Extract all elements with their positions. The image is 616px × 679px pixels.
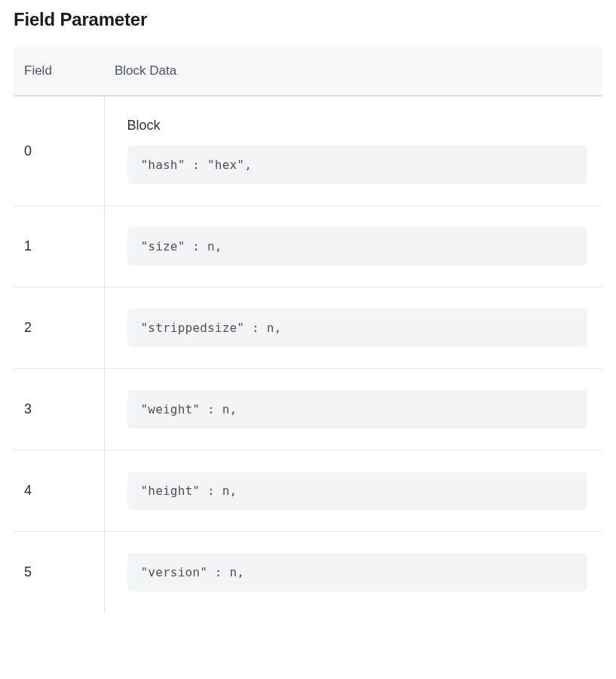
code-block: "hash" : "hex", xyxy=(127,146,588,184)
table-row: 5 "version" : n, xyxy=(14,532,602,613)
block-data-cell: "version" : n, xyxy=(104,532,602,613)
field-index: 1 xyxy=(14,206,104,287)
field-index: 4 xyxy=(14,450,104,532)
field-index: 5 xyxy=(14,532,104,613)
block-data-cell: "strippedsize" : n, xyxy=(104,287,602,369)
field-index: 3 xyxy=(14,369,104,450)
table-row: 1 "size" : n, xyxy=(14,206,602,287)
block-label: Block xyxy=(127,118,588,134)
table-row: 0 Block "hash" : "hex", xyxy=(14,96,602,206)
code-block: "size" : n, xyxy=(127,227,588,266)
field-index: 2 xyxy=(14,287,104,369)
column-header-field: Field xyxy=(14,47,104,96)
code-block: "weight" : n, xyxy=(127,390,588,429)
block-data-cell: Block "hash" : "hex", xyxy=(104,96,602,206)
block-data-cell: "weight" : n, xyxy=(104,369,602,450)
field-index: 0 xyxy=(14,96,104,206)
table-row: 2 "strippedsize" : n, xyxy=(14,287,602,369)
column-header-blockdata: Block Data xyxy=(104,47,602,96)
table-row: 3 "weight" : n, xyxy=(14,369,602,450)
code-block: "version" : n, xyxy=(127,553,588,591)
field-parameter-table: Field Block Data 0 Block "hash" : "hex",… xyxy=(14,47,602,613)
block-data-cell: "size" : n, xyxy=(104,206,602,287)
code-block: "strippedsize" : n, xyxy=(127,309,588,347)
page-title: Field Parameter xyxy=(14,9,602,30)
code-block: "height" : n, xyxy=(127,472,588,510)
table-row: 4 "height" : n, xyxy=(14,450,602,532)
block-data-cell: "height" : n, xyxy=(104,450,602,532)
